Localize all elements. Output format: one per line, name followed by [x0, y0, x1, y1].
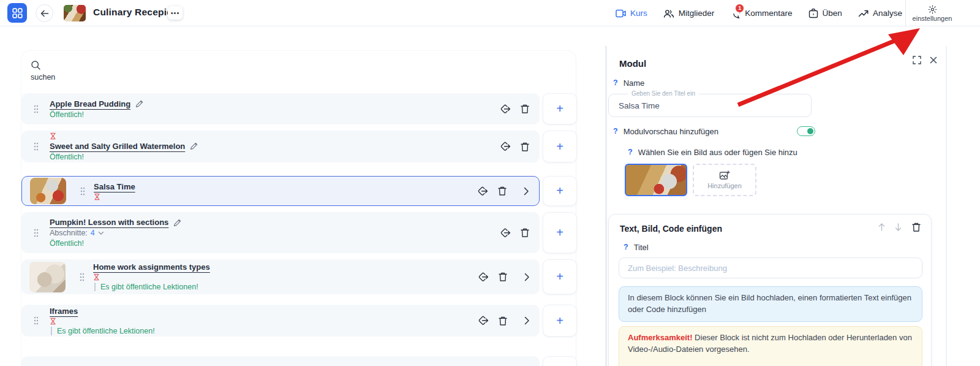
- delete-block-button[interactable]: [911, 222, 921, 232]
- move-block-up-button[interactable]: [878, 223, 885, 231]
- preview-toggle[interactable]: [797, 126, 815, 136]
- selected-module-image[interactable]: [625, 164, 687, 196]
- back-arrow-icon: [40, 10, 49, 17]
- help-icon[interactable]: ?: [613, 78, 618, 87]
- move-icon: [500, 227, 511, 238]
- module-title-link[interactable]: Pumpkin! Lesson with sections: [50, 218, 168, 227]
- module-row[interactable]: Pumpkin! Lesson with sections Abschnitte…: [21, 212, 540, 253]
- drag-handle-icon[interactable]: [34, 229, 39, 237]
- module-title-link[interactable]: Salsa Time: [94, 182, 135, 191]
- titel-label: Titel: [634, 243, 649, 252]
- edit-pencil-icon[interactable]: [173, 218, 182, 227]
- module-thumbnail: [29, 262, 66, 292]
- drag-handle-icon[interactable]: [34, 316, 39, 325]
- course-title: Culinary Recepies: [93, 7, 178, 18]
- module-name-input[interactable]: [608, 94, 812, 117]
- app-window: Culinary Recepies ••• Kurs Mitglie: [0, 0, 980, 366]
- help-icon[interactable]: ?: [624, 243, 628, 251]
- module-status: Öffentlich!: [50, 153, 198, 161]
- chevron-right-icon: [524, 273, 530, 281]
- expand-icon: [913, 56, 921, 64]
- delete-module-button[interactable]: [520, 142, 530, 152]
- add-module-button[interactable]: +: [543, 131, 577, 162]
- name-label: Name: [624, 78, 645, 88]
- chevron-right-icon: [524, 187, 529, 196]
- trash-icon: [911, 222, 921, 232]
- drag-handle-icon[interactable]: [34, 105, 39, 113]
- move-module-button[interactable]: [500, 227, 511, 238]
- add-module-button[interactable]: +: [543, 305, 577, 337]
- panel-title: Modul: [619, 58, 646, 69]
- sections-count[interactable]: 4: [91, 229, 95, 237]
- add-module-button[interactable]: +: [543, 176, 577, 206]
- add-image-button[interactable]: Hinzufügen: [693, 164, 756, 196]
- help-icon[interactable]: ?: [628, 148, 633, 156]
- help-icon[interactable]: ?: [613, 127, 618, 135]
- chevron-right-icon: [524, 316, 530, 325]
- expand-module-button[interactable]: [524, 187, 529, 196]
- add-module-button[interactable]: +: [543, 93, 577, 124]
- module-status: Öffentlich!: [50, 239, 182, 248]
- search-control[interactable]: suchen: [31, 60, 55, 82]
- trash-icon: [498, 272, 508, 282]
- expand-module-button[interactable]: [524, 273, 530, 281]
- move-module-button[interactable]: [478, 315, 489, 326]
- nav-analyse[interactable]: Analyse: [858, 9, 902, 18]
- close-panel-button[interactable]: [930, 56, 937, 64]
- nav-kurs[interactable]: Kurs: [616, 9, 647, 18]
- nav-mitglieder[interactable]: Mitglieder: [663, 9, 715, 18]
- move-module-button[interactable]: [477, 186, 488, 197]
- module-title-link[interactable]: Iframes: [50, 307, 78, 316]
- module-title-link[interactable]: Sweet and Salty Grilled Watermelon: [50, 142, 185, 151]
- move-block-down-button[interactable]: [895, 223, 902, 231]
- grid-icon: [12, 8, 23, 18]
- move-module-button[interactable]: [500, 104, 511, 115]
- move-module-button[interactable]: [478, 272, 489, 283]
- fullscreen-button[interactable]: [913, 56, 921, 64]
- trash-icon: [520, 142, 530, 152]
- edit-pencil-icon[interactable]: [190, 142, 198, 150]
- module-row[interactable]: Apple Bread Pudding Öffentlich!: [21, 93, 540, 124]
- module-title-link[interactable]: Home work assignments types: [93, 262, 210, 272]
- settings-button[interactable]: einstellungen: [908, 0, 957, 26]
- toggle-knob: [807, 128, 813, 134]
- add-image-icon: [719, 170, 730, 180]
- block-title-input[interactable]: [619, 257, 922, 278]
- drag-handle-icon[interactable]: [80, 187, 85, 196]
- module-row[interactable]: Sweet and Salty Grilled Watermelon Öffen…: [21, 131, 540, 162]
- header-bar: Culinary Recepies ••• Kurs Mitglie: [0, 0, 980, 26]
- chevron-down-icon[interactable]: [98, 231, 104, 235]
- delete-module-button[interactable]: [497, 186, 507, 196]
- add-module-button[interactable]: +: [543, 212, 577, 253]
- module-row-partial[interactable]: [21, 356, 540, 366]
- move-module-button[interactable]: [500, 141, 511, 152]
- delete-module-button[interactable]: [520, 104, 530, 114]
- add-module-button[interactable]: +: [543, 259, 577, 294]
- trash-icon: [520, 104, 530, 114]
- module-title-link[interactable]: Apple Bread Pudding: [50, 99, 130, 109]
- module-status: Es gibt öffentliche Lektionen!: [51, 327, 155, 335]
- delete-module-button[interactable]: [498, 316, 508, 326]
- add-module-button[interactable]: [543, 356, 577, 366]
- expand-module-button[interactable]: [524, 316, 530, 325]
- arrow-down-icon: [895, 223, 902, 231]
- warning-title: Aufmerksamkeit!: [628, 333, 693, 342]
- back-button[interactable]: [36, 4, 53, 22]
- module-row[interactable]: Iframes Es gibt öffentliche Lektionen!: [21, 305, 540, 337]
- move-icon: [478, 272, 489, 283]
- module-row[interactable]: Home work assignments types Es gibt öffe…: [21, 259, 540, 294]
- comments-icon: 1: [730, 9, 741, 18]
- nav-kommentare[interactable]: 1 Kommentare: [730, 9, 792, 18]
- app-grid-button[interactable]: [7, 3, 27, 23]
- delete-module-button[interactable]: [520, 227, 530, 238]
- edit-pencil-icon[interactable]: [135, 99, 144, 108]
- drag-handle-icon[interactable]: [34, 142, 39, 151]
- delete-module-button[interactable]: [498, 272, 508, 282]
- nav-ueben[interactable]: Üben: [809, 9, 842, 18]
- drag-handle-icon[interactable]: [80, 273, 85, 281]
- name-floating-label: Geben Sie den Titel ein: [628, 90, 699, 97]
- more-options-button[interactable]: •••: [168, 6, 183, 20]
- search-label: suchen: [31, 73, 55, 82]
- module-status: Öffentlich!: [50, 110, 144, 119]
- module-row-selected[interactable]: Salsa Time: [21, 176, 540, 206]
